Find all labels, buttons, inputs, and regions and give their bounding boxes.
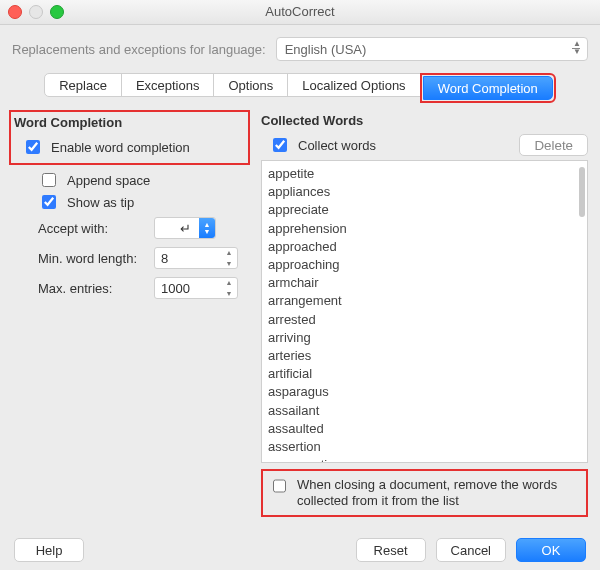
collect-words-checkbox[interactable] [273, 138, 287, 152]
stepper-icon: ▲▼ [223, 249, 235, 267]
list-item[interactable]: appreciate [268, 201, 581, 219]
dialog-footer: Help Reset Cancel OK [0, 538, 600, 562]
ok-button[interactable]: OK [516, 538, 586, 562]
list-item[interactable]: assertion [268, 438, 581, 456]
enable-word-completion-checkbox[interactable] [26, 140, 40, 154]
tab-options[interactable]: Options [213, 73, 288, 97]
list-item[interactable]: arteries [268, 347, 581, 365]
window-title: AutoCorrect [265, 4, 334, 19]
remove-on-close-checkbox[interactable] [273, 479, 286, 493]
list-item[interactable]: armchair [268, 274, 581, 292]
updown-icon: ▲▼ [573, 40, 581, 56]
help-button[interactable]: Help [14, 538, 84, 562]
updown-icon: ▲▼ [199, 218, 215, 238]
list-item[interactable]: appliances [268, 183, 581, 201]
min-word-length-value: 8 [161, 251, 168, 266]
collect-words-label: Collect words [298, 138, 376, 153]
close-icon[interactable] [8, 5, 22, 19]
accept-with-label: Accept with: [38, 221, 148, 236]
titlebar: AutoCorrect [0, 0, 600, 25]
append-space-checkbox[interactable] [42, 173, 56, 187]
list-item[interactable]: appetite [268, 165, 581, 183]
list-item[interactable]: arriving [268, 329, 581, 347]
list-item[interactable]: artificial [268, 365, 581, 383]
list-item[interactable]: approached [268, 238, 581, 256]
remove-on-close-label: When closing a document, remove the word… [297, 477, 580, 509]
language-label: Replacements and exceptions for language… [12, 42, 266, 57]
cancel-button[interactable]: Cancel [436, 538, 506, 562]
language-select[interactable]: English (USA) ▲▼ [276, 37, 588, 61]
list-item[interactable]: arrested [268, 311, 581, 329]
list-item[interactable]: apprehension [268, 220, 581, 238]
word-completion-header: Word Completion [14, 115, 245, 130]
append-space-label: Append space [67, 173, 150, 188]
tab-exceptions[interactable]: Exceptions [121, 73, 215, 97]
tab-bar: Replace Exceptions Options Localized Opt… [12, 73, 588, 103]
list-item[interactable]: asseverations [268, 456, 581, 463]
tab-word-completion[interactable]: Word Completion [423, 76, 553, 100]
list-item[interactable]: assaulted [268, 420, 581, 438]
list-item[interactable]: arrangement [268, 292, 581, 310]
window-controls [8, 5, 64, 19]
max-entries-label: Max. entries: [38, 281, 148, 296]
list-item[interactable]: asparagus [268, 383, 581, 401]
tab-replace[interactable]: Replace [44, 73, 122, 97]
minimize-icon[interactable] [29, 5, 43, 19]
max-entries-value: 1000 [161, 281, 190, 296]
reset-button[interactable]: Reset [356, 538, 426, 562]
min-word-length-label: Min. word length: [38, 251, 148, 266]
zoom-icon[interactable] [50, 5, 64, 19]
collected-words-list[interactable]: appetiteappliancesappreciateapprehension… [261, 160, 588, 463]
list-item[interactable]: assailant [268, 402, 581, 420]
scrollbar[interactable] [579, 167, 585, 217]
delete-button[interactable]: Delete [519, 134, 588, 156]
list-item[interactable]: approaching [268, 256, 581, 274]
max-entries-stepper[interactable]: 1000 ▲▼ [154, 277, 238, 299]
enable-word-completion-label: Enable word completion [51, 140, 190, 155]
tab-localized-options[interactable]: Localized Options [287, 73, 420, 97]
show-as-tip-label: Show as tip [67, 195, 134, 210]
collected-words-header: Collected Words [261, 113, 588, 128]
accept-with-select[interactable]: ↵ ▲▼ [154, 217, 216, 239]
language-value: English (USA) [285, 42, 367, 57]
min-word-length-stepper[interactable]: 8 ▲▼ [154, 247, 238, 269]
show-as-tip-checkbox[interactable] [42, 195, 56, 209]
autocorrect-dialog: AutoCorrect Replacements and exceptions … [0, 0, 600, 570]
stepper-icon: ▲▼ [223, 279, 235, 297]
accept-with-value: ↵ [180, 221, 191, 236]
